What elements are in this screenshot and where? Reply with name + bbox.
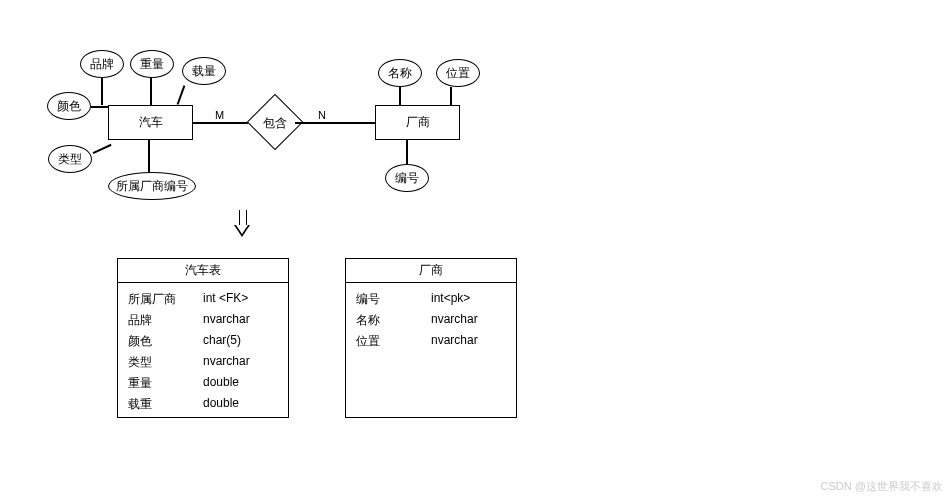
connector <box>193 122 255 124</box>
table-row: 载重double <box>128 394 278 415</box>
col-type: nvarchar <box>431 333 506 350</box>
col-type: double <box>203 375 278 392</box>
attr-label: 颜色 <box>57 98 81 115</box>
card-m: M <box>215 109 224 121</box>
connector <box>150 78 152 105</box>
col-name: 编号 <box>356 291 431 308</box>
col-name: 品牌 <box>128 312 203 329</box>
table-row: 重量double <box>128 373 278 394</box>
table-vendor-title: 厂商 <box>346 259 516 283</box>
table-vendor-body: 编号int<pk>名称nvarchar位置nvarchar <box>346 283 516 358</box>
connector <box>177 85 185 104</box>
table-car-body: 所属厂商int <FK>品牌nvarchar颜色char(5)类型nvarcha… <box>118 283 288 421</box>
table-car-title: 汽车表 <box>118 259 288 283</box>
connector <box>91 106 108 108</box>
attr-vendor-name: 名称 <box>378 59 422 87</box>
connector <box>101 78 103 105</box>
col-type: char(5) <box>203 333 278 350</box>
attr-payload: 载量 <box>182 57 226 85</box>
col-name: 类型 <box>128 354 203 371</box>
connector <box>148 140 150 172</box>
attr-label: 所属厂商编号 <box>116 178 188 195</box>
entity-label: 汽车 <box>139 114 163 131</box>
attr-type: 类型 <box>48 145 92 173</box>
attr-label: 重量 <box>140 56 164 73</box>
col-type: int <FK> <box>203 291 278 308</box>
attr-label: 载量 <box>192 63 216 80</box>
col-name: 位置 <box>356 333 431 350</box>
connector <box>399 87 401 105</box>
attr-label: 类型 <box>58 151 82 168</box>
table-row: 类型nvarchar <box>128 352 278 373</box>
attr-weight: 重量 <box>130 50 174 78</box>
col-name: 名称 <box>356 312 431 329</box>
connector <box>93 144 112 154</box>
col-type: int<pk> <box>431 291 506 308</box>
attr-vendor-loc: 位置 <box>436 59 480 87</box>
entity-car: 汽车 <box>108 105 193 140</box>
attr-label: 编号 <box>395 170 419 187</box>
table-row: 编号int<pk> <box>356 289 506 310</box>
col-name: 重量 <box>128 375 203 392</box>
table-car: 汽车表 所属厂商int <FK>品牌nvarchar颜色char(5)类型nva… <box>117 258 289 418</box>
table-row: 所属厂商int <FK> <box>128 289 278 310</box>
attr-vendor-id: 编号 <box>385 164 429 192</box>
attr-vendor-fk: 所属厂商编号 <box>108 172 196 200</box>
col-type: nvarchar <box>203 354 278 371</box>
watermark: CSDN @这世界我不喜欢 <box>821 479 943 494</box>
col-type: double <box>203 396 278 413</box>
connector <box>406 140 408 164</box>
attr-color: 颜色 <box>47 92 91 120</box>
col-name: 载重 <box>128 396 203 413</box>
attr-label: 品牌 <box>90 56 114 73</box>
card-n: N <box>318 109 326 121</box>
table-row: 品牌nvarchar <box>128 310 278 331</box>
table-row: 位置nvarchar <box>356 331 506 352</box>
connector <box>295 122 375 124</box>
attr-label: 位置 <box>446 65 470 82</box>
entity-label: 厂商 <box>406 114 430 131</box>
table-row: 名称nvarchar <box>356 310 506 331</box>
arrow-down-icon <box>235 210 249 238</box>
col-type: nvarchar <box>203 312 278 329</box>
relationship-label: 包含 <box>255 115 295 132</box>
col-type: nvarchar <box>431 312 506 329</box>
connector <box>450 87 452 105</box>
attr-brand: 品牌 <box>80 50 124 78</box>
entity-vendor: 厂商 <box>375 105 460 140</box>
attr-label: 名称 <box>388 65 412 82</box>
col-name: 颜色 <box>128 333 203 350</box>
table-row: 颜色char(5) <box>128 331 278 352</box>
col-name: 所属厂商 <box>128 291 203 308</box>
table-vendor: 厂商 编号int<pk>名称nvarchar位置nvarchar <box>345 258 517 418</box>
